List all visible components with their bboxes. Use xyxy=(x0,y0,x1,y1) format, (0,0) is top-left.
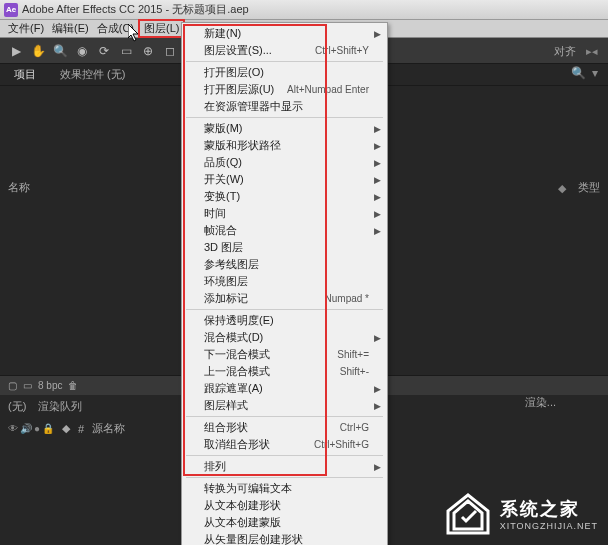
chevron-right-icon: ▶ xyxy=(374,124,381,134)
layer-num-icon: # xyxy=(78,423,84,435)
menu-separator xyxy=(186,61,383,62)
chevron-right-icon: ▶ xyxy=(374,192,381,202)
menu-item-blending-mode[interactable]: 混合模式(D)▶ xyxy=(182,329,387,346)
panel-menu-icon[interactable]: ▾ xyxy=(592,66,598,80)
chevron-right-icon: ▶ xyxy=(374,226,381,236)
menu-item-convert-to-editable[interactable]: 转换为可编辑文本 xyxy=(182,480,387,497)
search-icon[interactable]: 🔍 xyxy=(571,66,586,80)
menu-item-arrange[interactable]: 排列▶ xyxy=(182,458,387,475)
timeline-toggle-icons: 👁 🔊 ● 🔒 xyxy=(8,423,54,434)
chevron-right-icon: ▶ xyxy=(374,384,381,394)
rotate-tool-icon[interactable]: ⟳ xyxy=(96,43,112,59)
menu-separator xyxy=(186,477,383,478)
tab-effect-controls[interactable]: 效果控件 (无) xyxy=(54,65,131,84)
menu-item-group-shapes[interactable]: 组合形状Ctrl+G xyxy=(182,419,387,436)
speaker-icon[interactable]: 🔊 xyxy=(20,423,32,434)
source-name-label[interactable]: 源名称 xyxy=(92,421,125,436)
menu-item-switches[interactable]: 开关(W)▶ xyxy=(182,171,387,188)
menu-item-transform[interactable]: 变换(T)▶ xyxy=(182,188,387,205)
menu-item-preserve-transparency[interactable]: 保持透明度(E) xyxy=(182,312,387,329)
chevron-right-icon: ▶ xyxy=(374,29,381,39)
menu-file[interactable]: 文件(F) xyxy=(4,21,48,36)
menu-separator xyxy=(186,117,383,118)
menu-item-frame-blending[interactable]: 帧混合▶ xyxy=(182,222,387,239)
tab-project[interactable]: 项目 xyxy=(8,65,42,84)
eye-icon[interactable]: 👁 xyxy=(8,423,18,434)
app-icon: Ae xyxy=(4,3,18,17)
new-folder-icon[interactable]: ▭ xyxy=(23,380,32,391)
shape-tool-icon[interactable]: ◻ xyxy=(162,43,178,59)
watermark-title: 系统之家 xyxy=(500,497,598,521)
right-icon-row: 🔍 ▾ xyxy=(571,66,598,80)
tab-render-queue[interactable]: 渲染队列 xyxy=(38,399,82,414)
menu-item-mask[interactable]: 蒙版(M)▶ xyxy=(182,120,387,137)
chevron-right-icon: ▶ xyxy=(374,209,381,219)
lock-icon[interactable]: 🔒 xyxy=(42,423,54,434)
selection-tool-icon[interactable]: ▶ xyxy=(8,43,24,59)
new-bin-icon[interactable]: ▢ xyxy=(8,380,17,391)
layer-context-menu: 新建(N)▶ 图层设置(S)...Ctrl+Shift+Y 打开图层(O) 打开… xyxy=(181,22,388,545)
menu-item-create-masks-from-text[interactable]: 从文本创建蒙版 xyxy=(182,514,387,531)
menu-item-create-shapes-from-vector[interactable]: 从矢量图层创建形状 xyxy=(182,531,387,545)
camera-tool-icon[interactable]: ▭ xyxy=(118,43,134,59)
menu-item-3d-layer[interactable]: 3D 图层 xyxy=(182,239,387,256)
menu-separator xyxy=(186,455,383,456)
panel-icon[interactable]: ▸◂ xyxy=(586,45,598,58)
column-name[interactable]: 名称 xyxy=(8,180,30,195)
solo-icon[interactable]: ● xyxy=(34,423,40,434)
menu-item-guide-layer[interactable]: 参考线图层 xyxy=(182,256,387,273)
menu-item-reveal-in-browser[interactable]: 在资源管理器中显示 xyxy=(182,98,387,115)
tag-icon: ◆ xyxy=(558,182,570,194)
chevron-right-icon: ▶ xyxy=(374,462,381,472)
pan-behind-tool-icon[interactable]: ⊕ xyxy=(140,43,156,59)
layer-tag-icon: ◆ xyxy=(62,422,70,435)
menu-item-time[interactable]: 时间▶ xyxy=(182,205,387,222)
menu-item-add-marker[interactable]: 添加标记Numpad * xyxy=(182,290,387,307)
chevron-right-icon: ▶ xyxy=(374,401,381,411)
window-title: Adobe After Effects CC 2015 - 无标题项目.aep xyxy=(22,2,249,17)
menu-edit[interactable]: 编辑(E) xyxy=(48,21,93,36)
chevron-right-icon: ▶ xyxy=(374,333,381,343)
zoom-tool-icon[interactable]: 🔍 xyxy=(52,43,68,59)
chevron-right-icon: ▶ xyxy=(374,158,381,168)
render-button-label[interactable]: 渲染... xyxy=(525,395,556,410)
chevron-right-icon: ▶ xyxy=(374,175,381,185)
bpc-label[interactable]: 8 bpc xyxy=(38,380,62,391)
titlebar: Ae Adobe After Effects CC 2015 - 无标题项目.a… xyxy=(0,0,608,20)
menu-layer[interactable]: 图层(L) xyxy=(138,19,185,38)
menu-item-mask-shape[interactable]: 蒙版和形状路径▶ xyxy=(182,137,387,154)
watermark-logo-icon xyxy=(444,493,492,535)
menu-item-create-shapes-from-text[interactable]: 从文本创建形状 xyxy=(182,497,387,514)
menu-composition[interactable]: 合成(C) xyxy=(93,21,138,36)
menu-item-open-layer[interactable]: 打开图层(O) xyxy=(182,64,387,81)
menu-item-new[interactable]: 新建(N)▶ xyxy=(182,25,387,42)
align-label[interactable]: 对齐 xyxy=(554,44,576,59)
menu-separator xyxy=(186,416,383,417)
menu-item-layer-settings[interactable]: 图层设置(S)...Ctrl+Shift+Y xyxy=(182,42,387,59)
watermark-url: XITONGZHIJIA.NET xyxy=(500,521,598,531)
menu-separator xyxy=(186,309,383,310)
menu-item-next-blend[interactable]: 下一混合模式Shift+= xyxy=(182,346,387,363)
menu-item-quality[interactable]: 品质(Q)▶ xyxy=(182,154,387,171)
tab-none[interactable]: (无) xyxy=(8,399,26,414)
right-panels: 对齐 ▸◂ xyxy=(554,44,598,59)
trash-icon[interactable]: 🗑 xyxy=(68,380,78,391)
hand-tool-icon[interactable]: ✋ xyxy=(30,43,46,59)
column-type[interactable]: 类型 xyxy=(578,180,600,195)
menu-item-track-matte[interactable]: 跟踪遮罩(A)▶ xyxy=(182,380,387,397)
menu-item-open-layer-source[interactable]: 打开图层源(U)Alt+Numpad Enter xyxy=(182,81,387,98)
watermark: 系统之家 XITONGZHIJIA.NET xyxy=(444,493,598,535)
menu-item-layer-styles[interactable]: 图层样式▶ xyxy=(182,397,387,414)
orbit-tool-icon[interactable]: ◉ xyxy=(74,43,90,59)
chevron-right-icon: ▶ xyxy=(374,141,381,151)
menu-item-prev-blend[interactable]: 上一混合模式Shift+- xyxy=(182,363,387,380)
menu-item-ungroup-shapes[interactable]: 取消组合形状Ctrl+Shift+G xyxy=(182,436,387,453)
menu-item-environment-layer[interactable]: 环境图层 xyxy=(182,273,387,290)
